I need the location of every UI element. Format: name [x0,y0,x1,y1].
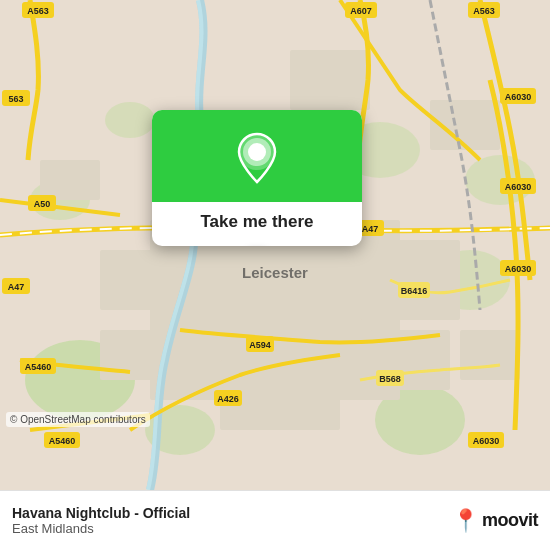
svg-text:A6030: A6030 [505,92,532,102]
svg-text:A6030: A6030 [505,182,532,192]
svg-text:A563: A563 [27,6,49,16]
svg-text:A6030: A6030 [505,264,532,274]
svg-text:A5460: A5460 [49,436,76,446]
svg-text:A563: A563 [473,6,495,16]
svg-text:A47: A47 [8,282,25,292]
moovit-logo[interactable]: 📍 moovit [452,508,538,534]
svg-text:Leicester: Leicester [242,264,308,281]
svg-text:A5460: A5460 [25,362,52,372]
popup-text-area[interactable]: Take me there [184,202,329,246]
svg-text:A594: A594 [249,340,271,350]
svg-point-58 [248,143,266,161]
venue-name: Havana Nightclub - Official [12,505,190,521]
svg-text:A6030: A6030 [473,436,500,446]
svg-text:A47: A47 [362,224,379,234]
venue-info: Havana Nightclub - Official East Midland… [12,505,190,536]
copyright-notice: © OpenStreetMap contributors [6,412,150,427]
svg-text:A607: A607 [350,6,372,16]
svg-rect-20 [290,50,370,110]
svg-rect-12 [100,250,180,310]
venue-region: East Midlands [12,521,190,536]
svg-rect-18 [40,160,100,200]
svg-text:A50: A50 [34,199,51,209]
bottom-bar: Havana Nightclub - Official East Midland… [0,490,550,550]
map-view[interactable]: A563 A607 A563 563 A50 A6030 A47 A47 A60… [0,0,550,490]
svg-point-8 [105,102,155,138]
svg-text:A426: A426 [217,394,239,404]
location-popup[interactable]: Take me there [152,110,362,246]
svg-rect-17 [460,330,520,380]
svg-text:B6416: B6416 [401,286,428,296]
take-me-there-button[interactable]: Take me there [200,212,313,232]
svg-rect-13 [360,240,460,320]
svg-text:B568: B568 [379,374,401,384]
moovit-brand-text: moovit [482,510,538,531]
moovit-pin-icon: 📍 [452,508,479,534]
popup-icon-area [152,110,362,202]
location-pin-icon [235,132,279,184]
svg-text:563: 563 [8,94,23,104]
